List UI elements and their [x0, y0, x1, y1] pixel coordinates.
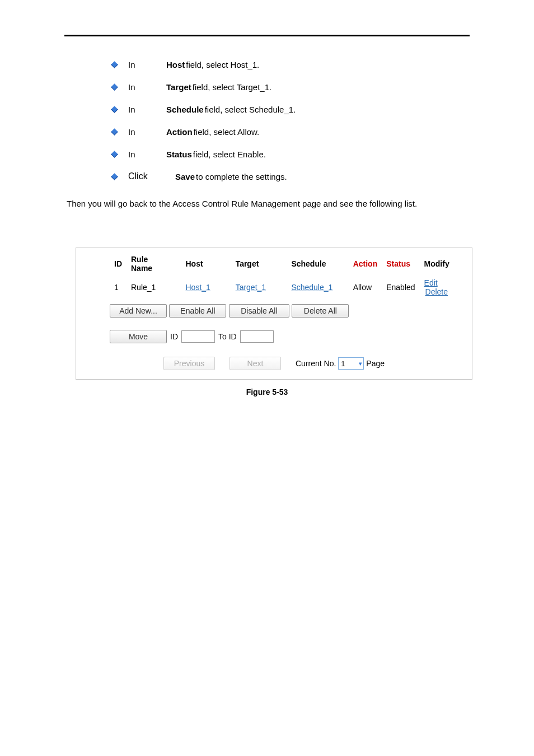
col-schedule: Schedule: [287, 253, 348, 276]
bullet-label-action: Action: [166, 127, 193, 137]
list-item: In Schedule field, select Schedule_1.: [112, 98, 470, 120]
col-status: Status: [382, 253, 419, 276]
disable-all-button[interactable]: Disable All: [229, 304, 289, 318]
delete-link[interactable]: Delete: [425, 287, 448, 296]
table-header-row: ID Rule Name Host Target Schedule Action…: [110, 253, 465, 276]
chevron-down-icon: ▾: [359, 360, 362, 367]
rules-table: ID Rule Name Host Target Schedule Action…: [110, 253, 465, 298]
col-rule: Rule Name: [127, 253, 181, 276]
bullet-label-save: Save: [175, 172, 195, 181]
top-rule: [64, 35, 470, 36]
figure-caption: Figure 5-53: [64, 388, 470, 396]
bullet-after: to complete the settings.: [196, 172, 287, 181]
bullet-after: field, select Enable.: [193, 150, 266, 159]
list-item: In Status field, select Enable.: [112, 143, 470, 165]
diamond-icon: [111, 83, 118, 91]
bullet-label-status: Status: [166, 150, 192, 159]
table-row: 1 Rule_1 Host_1 Target_1 Schedule_1 Allo…: [110, 276, 465, 298]
bullet-before: In: [128, 82, 166, 92]
intro-text: Then you will go back to the Access Cont…: [67, 199, 470, 208]
cell-id: 1: [110, 276, 127, 298]
list-item: In Action field, select Allow.: [112, 120, 470, 143]
col-modify: Modify: [420, 253, 465, 276]
page-label: Page: [366, 359, 385, 368]
bullet-after: field, select Allow.: [194, 127, 260, 137]
button-row: Add New... Enable All Disable All Delete…: [110, 304, 465, 318]
diamond-icon: [111, 61, 118, 68]
col-id: ID: [110, 253, 127, 276]
diamond-icon: [111, 128, 118, 136]
diamond-icon: [111, 106, 118, 113]
diamond-icon: [111, 173, 118, 180]
rules-panel: ID Rule Name Host Target Schedule Action…: [76, 248, 472, 380]
move-button[interactable]: Move: [110, 330, 167, 343]
host-link[interactable]: Host_1: [186, 283, 210, 292]
bullet-after: field, select Schedule_1.: [205, 105, 296, 114]
cell-status: Enabled: [382, 276, 419, 298]
list-item: In Host field, select Host_1.: [112, 53, 470, 76]
diamond-icon: [111, 151, 118, 158]
toid-input[interactable]: [240, 330, 274, 343]
bullet-label-schedule: Schedule: [166, 105, 204, 114]
list-item: In Target field, select Target_1.: [112, 76, 470, 98]
page-select[interactable]: 1 ▾: [338, 357, 364, 370]
list-item: Click Save to complete the settings.: [112, 165, 470, 188]
previous-button[interactable]: Previous: [163, 357, 215, 370]
next-button[interactable]: Next: [229, 357, 281, 370]
cell-action: Allow: [349, 276, 382, 298]
col-host: Host: [181, 253, 231, 276]
bullet-before: Click: [128, 171, 175, 181]
id-input[interactable]: [181, 330, 215, 343]
cell-rule: Rule_1: [127, 276, 181, 298]
enable-all-button[interactable]: Enable All: [169, 304, 226, 318]
col-action: Action: [349, 253, 382, 276]
delete-all-button[interactable]: Delete All: [292, 304, 349, 318]
schedule-link[interactable]: Schedule_1: [291, 283, 332, 292]
bullet-label-host: Host: [166, 60, 185, 69]
bullet-after: field, select Host_1.: [186, 60, 259, 69]
page-select-value: 1: [341, 360, 345, 368]
bullet-before: In: [128, 127, 166, 137]
pager: Previous Next Current No. 1 ▾ Page: [83, 357, 465, 370]
bullet-label-target: Target: [166, 82, 191, 92]
bullet-list: In Host field, select Host_1. In Target …: [112, 53, 470, 188]
edit-link[interactable]: Edit: [424, 278, 438, 287]
target-link[interactable]: Target_1: [236, 283, 266, 292]
bullet-after: field, select Target_1.: [193, 82, 271, 92]
move-row: Move ID To ID: [110, 330, 465, 343]
bullet-before: In: [128, 60, 166, 69]
current-no-label: Current No.: [296, 359, 336, 368]
bullet-before: In: [128, 105, 166, 114]
col-target: Target: [231, 253, 287, 276]
toid-label: To ID: [218, 332, 237, 341]
bullet-before: In: [128, 150, 166, 159]
id-label: ID: [170, 332, 178, 341]
add-new-button[interactable]: Add New...: [110, 304, 167, 318]
